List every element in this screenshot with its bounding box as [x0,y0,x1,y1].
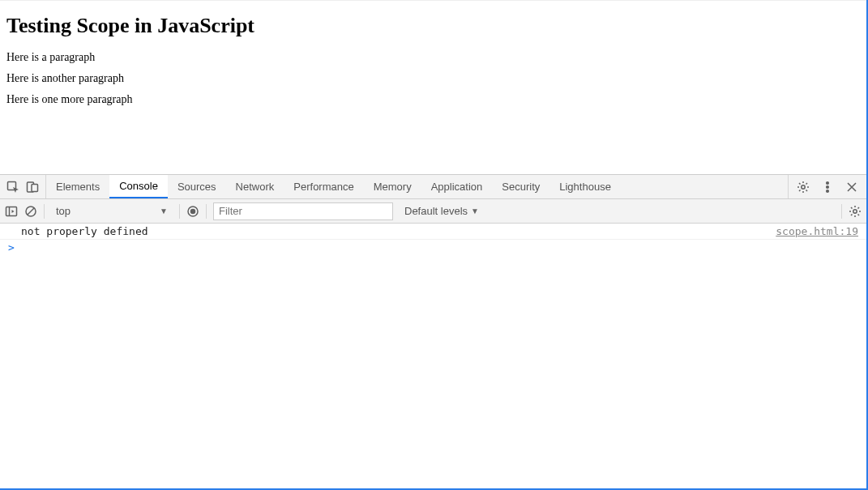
console-message-row: not properly defined scope.html:19 [0,224,866,240]
inspect-element-icon[interactable] [6,181,19,194]
tab-elements[interactable]: Elements [46,175,109,198]
tab-sources[interactable]: Sources [168,175,226,198]
svg-point-4 [827,181,829,184]
console-output: not properly defined scope.html:19 > [0,224,866,488]
close-icon[interactable] [845,181,858,194]
console-toolbar: top ▼ Default levels ▼ [0,199,866,224]
page-title: Testing Scope in JavaScript [6,14,860,38]
clear-console-icon[interactable] [24,205,37,218]
gear-icon[interactable] [849,205,862,218]
levels-label: Default levels [404,205,468,217]
console-prompt[interactable]: > [0,240,866,255]
log-levels-selector[interactable]: Default levels ▼ [400,205,484,217]
kebab-menu-icon[interactable] [821,181,834,194]
device-toolbar-icon[interactable] [26,181,39,194]
tab-lighthouse[interactable]: Lighthouse [549,175,621,198]
tab-network[interactable]: Network [226,175,284,198]
svg-point-6 [827,190,829,192]
devtools-panel: Elements Console Sources Network Perform… [0,174,866,488]
console-message-text: not properly defined [21,225,148,237]
gear-icon[interactable] [797,181,810,194]
page-viewport: Testing Scope in JavaScript Here is a pa… [0,0,866,174]
sidebar-toggle-icon[interactable] [5,205,18,218]
tab-security[interactable]: Security [492,175,549,198]
live-expression-icon[interactable] [186,205,199,218]
paragraph: Here is a paragraph [6,51,860,64]
context-selector[interactable]: top ▼ [51,202,173,220]
svg-point-11 [853,209,857,212]
svg-point-5 [827,185,829,188]
chevron-down-icon: ▼ [471,207,479,215]
svg-rect-7 [6,207,17,215]
tab-performance[interactable]: Performance [284,175,363,198]
paragraph: Here is another paragraph [6,72,860,85]
svg-point-3 [802,185,805,188]
context-label: top [56,205,71,217]
tab-console[interactable]: Console [109,175,168,198]
tab-application[interactable]: Application [421,175,493,198]
paragraph: Here is one more paragraph [6,93,860,106]
devtools-tab-bar: Elements Console Sources Network Perform… [0,175,866,199]
console-filter-input[interactable] [213,202,393,220]
console-message-source[interactable]: scope.html:19 [776,225,858,237]
chevron-down-icon: ▼ [160,207,168,215]
tab-memory[interactable]: Memory [364,175,421,198]
svg-rect-2 [32,184,38,191]
svg-point-10 [191,209,195,213]
